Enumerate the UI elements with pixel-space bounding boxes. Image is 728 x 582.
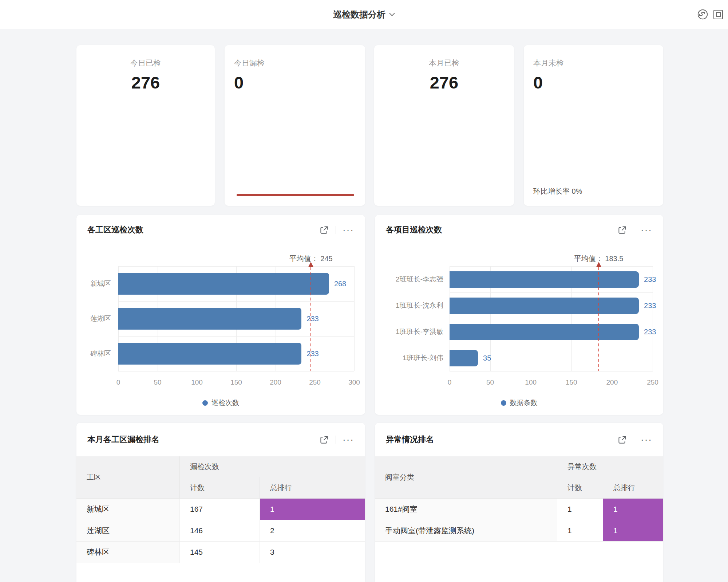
grid-line: [450, 266, 653, 267]
cell-count: 145: [180, 542, 260, 563]
export-icon[interactable]: [617, 435, 627, 445]
divider: [336, 226, 336, 234]
divider: [524, 179, 663, 179]
cell-count: 1: [557, 499, 603, 520]
category-label: 2班班长-李志强: [375, 266, 443, 292]
kpi-label: 本月已检: [374, 58, 514, 68]
average-label: 平均值： 245: [289, 254, 333, 264]
x-axis-tick: 100: [191, 378, 203, 386]
bar[interactable]: [450, 298, 639, 314]
x-axis-tick: 250: [647, 378, 658, 386]
card-actions: ···: [319, 435, 354, 445]
divider: [634, 436, 634, 444]
legend-dot-icon: [202, 400, 208, 406]
x-axis-tick: 250: [309, 378, 321, 386]
bar[interactable]: [450, 350, 478, 366]
card-actions: ···: [617, 435, 652, 445]
more-icon[interactable]: ···: [343, 226, 354, 233]
cell-name: 新城区: [76, 499, 180, 520]
column-header-rank: 总排行: [603, 477, 663, 498]
x-axis-tick: 150: [230, 378, 242, 386]
export-icon[interactable]: [319, 435, 329, 445]
x-axis-tick: 50: [154, 378, 161, 386]
export-icon[interactable]: [617, 225, 627, 235]
bar-value-label: 268: [334, 280, 346, 288]
divider: [634, 226, 634, 234]
x-axis-tick: 0: [448, 378, 452, 386]
x-axis-tick: 50: [486, 378, 494, 386]
x-axis-tick: 100: [525, 378, 537, 386]
cell-name: 碑林区: [76, 542, 180, 563]
table-header: 工区 漏检次数 计数 总排行: [76, 456, 365, 499]
x-axis-tick: 200: [270, 378, 281, 386]
fullscreen-icon[interactable]: [713, 10, 723, 19]
cell-name: 161#阀室: [375, 499, 557, 520]
grid-line: [450, 319, 653, 319]
column-group-header: 漏检次数: [180, 456, 365, 477]
bar-chart-workzone: 050100150200250300268新城区233莲湖区233碑林区平均值：…: [76, 245, 365, 415]
export-icon[interactable]: [319, 225, 329, 235]
more-icon[interactable]: ···: [641, 436, 652, 443]
grid-line: [354, 266, 355, 371]
kpi-card-month-inspected: 本月已检 276: [374, 45, 514, 206]
chart-legend[interactable]: 巡检次数: [76, 398, 365, 408]
bar[interactable]: [118, 308, 301, 330]
table-body: 新城区1671莲湖区1462碑林区1453: [76, 499, 365, 563]
column-header-count: 计数: [180, 477, 260, 498]
more-icon[interactable]: ···: [641, 226, 652, 233]
grid-line: [118, 371, 354, 371]
bar-value-label: 233: [644, 328, 656, 336]
kpi-label: 本月未检: [533, 58, 663, 68]
bar[interactable]: [450, 324, 639, 340]
sync-icon[interactable]: [697, 9, 708, 20]
legend-label: 巡检次数: [211, 398, 239, 408]
x-axis-tick: 200: [606, 378, 618, 386]
x-axis-tick: 300: [348, 378, 360, 386]
chart-card-project: 各项目巡检次数 ··· 0501001502002502332班班长-李志强23…: [375, 215, 663, 415]
column-header-valve-class: 阀室分类: [375, 456, 557, 498]
more-icon[interactable]: ···: [343, 436, 354, 443]
bar[interactable]: [450, 271, 639, 288]
cell-rank: 1: [260, 499, 365, 520]
table-card-missed-ranking: 本月各工区漏检排名 ··· 工区 漏检次数 计数: [76, 423, 365, 582]
legend-dot-icon: [501, 400, 506, 406]
chart-title: 各工区巡检次数: [87, 224, 319, 235]
category-label: 1班班长-李洪敏: [375, 319, 443, 345]
bar-value-label: 233: [644, 275, 656, 284]
report-title-dropdown[interactable]: 巡检数据分析: [333, 9, 395, 20]
zero-trend-line: [237, 194, 354, 196]
kpi-label: 今日漏检: [234, 58, 365, 68]
mom-growth-rate: 环比增长率 0%: [533, 186, 582, 196]
table-title: 异常情况排名: [386, 434, 617, 445]
grid-line: [450, 371, 653, 371]
column-header-count: 计数: [557, 477, 603, 498]
fullscreen-inner-square: [716, 12, 721, 17]
cell-rank: 1: [603, 499, 663, 520]
cell-count: 167: [180, 499, 260, 520]
table-row: 碑林区1453: [76, 542, 365, 563]
table-header: 阀室分类 异常次数 计数 总排行: [375, 456, 663, 499]
kpi-card-month-unchecked: 本月未检 0 环比增长率 0%: [524, 45, 663, 206]
average-label: 平均值： 183.5: [574, 254, 624, 264]
chart-legend[interactable]: 数据条数: [375, 398, 663, 408]
category-label: 1班班长-刘伟: [375, 345, 443, 371]
bar-value-label: 233: [306, 315, 318, 323]
chart-title: 各项目巡检次数: [386, 224, 617, 235]
table-body: 161#阀室11手动阀室(带泄露监测系统)11: [375, 499, 663, 542]
bar[interactable]: [118, 343, 301, 365]
cell-rank: 1: [603, 520, 663, 541]
bar-value-label: 35: [483, 354, 491, 362]
legend-label: 数据条数: [510, 398, 538, 408]
kpi-value: 0: [234, 73, 365, 93]
cell-count: 146: [180, 520, 260, 541]
column-header-rank: 总排行: [260, 477, 365, 498]
bar[interactable]: [118, 273, 329, 295]
bar-value-label: 233: [644, 302, 656, 310]
card-header: 本月各工区漏检排名 ···: [76, 423, 365, 456]
category-label: 莲湖区: [76, 301, 111, 336]
cell-count: 1: [557, 520, 603, 541]
table-title: 本月各工区漏检排名: [87, 434, 319, 445]
x-axis-tick: 0: [116, 378, 120, 386]
page-title: 巡检数据分析: [333, 9, 385, 20]
cell-rank: 3: [260, 542, 365, 563]
